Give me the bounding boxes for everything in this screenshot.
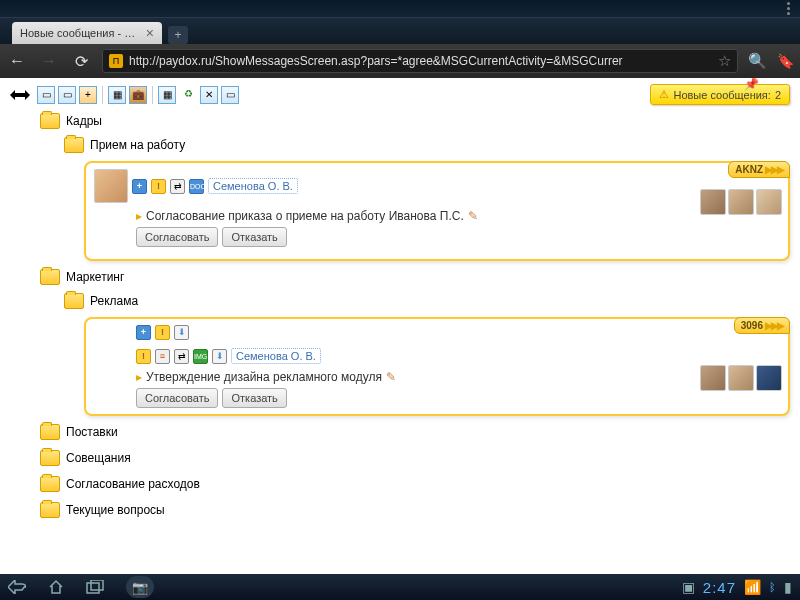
list-icon[interactable]: ≡ bbox=[155, 349, 170, 364]
transfer-icon[interactable]: ⇄ bbox=[174, 349, 189, 364]
bookmark-star-icon[interactable]: ☆ bbox=[718, 52, 731, 70]
folder-soveshaniya[interactable]: Совещания bbox=[40, 448, 790, 468]
overflow-menu-icon[interactable] bbox=[785, 0, 792, 17]
expand-icon[interactable]: + bbox=[132, 179, 147, 194]
back-button[interactable]: ← bbox=[6, 52, 28, 70]
folder-icon bbox=[40, 502, 60, 518]
camera-icon[interactable]: 📷 bbox=[126, 576, 154, 598]
android-nav-bar: 📷 ▣ 2:47 📶 ᛒ ▮ bbox=[0, 574, 800, 600]
avatar[interactable] bbox=[756, 365, 782, 391]
doc-icon[interactable]: DOC bbox=[189, 179, 204, 194]
author-name[interactable]: Семенова О. В. bbox=[208, 178, 298, 194]
avatar[interactable] bbox=[700, 189, 726, 215]
folder-label: Текущие вопросы bbox=[66, 503, 165, 517]
toolbar-grid-icon[interactable]: ▦ bbox=[158, 86, 176, 104]
folder-postavki[interactable]: Поставки bbox=[40, 422, 790, 442]
tab-title: Новые сообщения - Pa... bbox=[20, 27, 140, 39]
folder-icon bbox=[40, 269, 60, 285]
approve-button[interactable]: Согласовать bbox=[136, 227, 218, 247]
avatar[interactable] bbox=[728, 365, 754, 391]
svg-rect-1 bbox=[87, 583, 99, 593]
toolbar-delete-user-icon[interactable]: ✕ bbox=[200, 86, 218, 104]
back-icon[interactable] bbox=[8, 580, 26, 594]
arrows-icon: ▶▶▶ bbox=[765, 164, 783, 175]
folder-reklama[interactable]: Реклама bbox=[64, 291, 790, 311]
recent-apps-icon[interactable] bbox=[86, 580, 104, 594]
folder-icon bbox=[40, 476, 60, 492]
browser-tab[interactable]: Новые сообщения - Pa... × bbox=[12, 22, 162, 44]
avatar[interactable] bbox=[94, 169, 128, 203]
participants[interactable] bbox=[700, 365, 782, 391]
approve-button[interactable]: Согласовать bbox=[136, 388, 218, 408]
pin-icon: 📌 bbox=[744, 78, 759, 91]
folder-icon bbox=[40, 450, 60, 466]
img-icon[interactable]: IMG bbox=[193, 349, 208, 364]
download-icon[interactable]: ⬇ bbox=[212, 349, 227, 364]
toolbar-refresh-icon[interactable]: ♻ bbox=[179, 86, 197, 104]
author-name[interactable]: Семенова О. В. bbox=[231, 348, 321, 364]
bullet-icon: ▸ bbox=[136, 370, 142, 384]
toolbar-briefcase-icon[interactable]: 💼 bbox=[129, 86, 147, 104]
folder-label: Кадры bbox=[66, 114, 102, 128]
svg-marker-0 bbox=[10, 90, 30, 100]
forward-button[interactable]: → bbox=[38, 52, 60, 70]
screenshot-icon: ▣ bbox=[682, 579, 695, 595]
message-card-2: 3096 ▶▶▶ + ! ⬇ ! ≡ ⇄ IMG ⬇ Семенова О. В bbox=[84, 317, 790, 416]
close-tab-icon[interactable]: × bbox=[146, 26, 154, 40]
avatar[interactable] bbox=[756, 189, 782, 215]
folder-voprosy[interactable]: Текущие вопросы bbox=[40, 500, 790, 520]
message-card-1: AKNZ ▶▶▶ + ! ⇄ DOC Семенова О. В. bbox=[84, 161, 790, 261]
folder-rashody[interactable]: Согласование расходов bbox=[40, 474, 790, 494]
edit-icon[interactable]: ✎ bbox=[386, 370, 396, 384]
priority-icon: ! bbox=[151, 179, 166, 194]
toolbar-btn-3[interactable]: + bbox=[79, 86, 97, 104]
svg-rect-2 bbox=[91, 580, 103, 590]
folder-kadry[interactable]: Кадры bbox=[40, 111, 790, 131]
toolbar-calendar-icon[interactable]: ▦ bbox=[108, 86, 126, 104]
arrows-icon: ▶▶▶ bbox=[765, 320, 783, 331]
message-title: ▸ Согласование приказа о приеме на работ… bbox=[136, 209, 780, 223]
notice-count: 2 bbox=[775, 89, 781, 101]
site-favicon: П bbox=[109, 54, 123, 68]
reload-button[interactable]: ⟳ bbox=[70, 52, 92, 71]
folder-marketing[interactable]: Маркетинг bbox=[40, 267, 790, 287]
download-icon[interactable]: ⬇ bbox=[174, 325, 189, 340]
browser-toolbar: ← → ⟳ П http://paydox.ru/ShowMessagesScr… bbox=[0, 44, 800, 78]
bookmarks-icon[interactable]: 🔖 bbox=[777, 53, 794, 69]
folder-icon bbox=[64, 137, 84, 153]
transfer-icon[interactable]: ⇄ bbox=[170, 179, 185, 194]
folder-label: Прием на работу bbox=[90, 138, 185, 152]
card-badge[interactable]: 3096 ▶▶▶ bbox=[734, 317, 790, 334]
priority-icon: ! bbox=[136, 349, 151, 364]
battery-icon: ▮ bbox=[784, 579, 792, 595]
folder-label: Совещания bbox=[66, 451, 131, 465]
avatar[interactable] bbox=[700, 365, 726, 391]
expand-icon[interactable] bbox=[10, 88, 30, 102]
folder-icon bbox=[64, 293, 84, 309]
page-content: ▭ ▭ + ▦ 💼 ▦ ♻ ✕ ▭ 📌 ⚠ Новые сообщения: 2… bbox=[0, 78, 800, 574]
toolbar-btn-2[interactable]: ▭ bbox=[58, 86, 76, 104]
avatar[interactable] bbox=[728, 189, 754, 215]
reject-button[interactable]: Отказать bbox=[222, 388, 286, 408]
clock: 2:47 bbox=[703, 579, 736, 596]
new-tab-button[interactable]: + bbox=[168, 26, 188, 44]
app-toolbar: ▭ ▭ + ▦ 💼 ▦ ♻ ✕ ▭ 📌 ⚠ Новые сообщения: 2 bbox=[10, 84, 790, 105]
url-input[interactable]: П http://paydox.ru/ShowMessagesScreen.as… bbox=[102, 49, 738, 73]
search-icon[interactable]: 🔍 bbox=[748, 52, 767, 70]
folder-priem[interactable]: Прием на работу bbox=[64, 135, 790, 155]
message-title: ▸ Утверждение дизайна рекламного модуля … bbox=[136, 370, 780, 384]
url-text: http://paydox.ru/ShowMessagesScreen.asp?… bbox=[129, 54, 712, 68]
toolbar-btn-1[interactable]: ▭ bbox=[37, 86, 55, 104]
home-icon[interactable] bbox=[48, 579, 64, 595]
folder-label: Поставки bbox=[66, 425, 118, 439]
edit-icon[interactable]: ✎ bbox=[468, 209, 478, 223]
toolbar-btn-9[interactable]: ▭ bbox=[221, 86, 239, 104]
card-badge[interactable]: AKNZ ▶▶▶ bbox=[728, 161, 790, 178]
reject-button[interactable]: Отказать bbox=[222, 227, 286, 247]
bluetooth-icon: ᛒ bbox=[769, 581, 776, 593]
participants[interactable] bbox=[700, 189, 782, 215]
expand-icon[interactable]: + bbox=[136, 325, 151, 340]
folder-icon bbox=[40, 113, 60, 129]
new-messages-notice[interactable]: 📌 ⚠ Новые сообщения: 2 bbox=[650, 84, 790, 105]
priority-icon: ! bbox=[155, 325, 170, 340]
